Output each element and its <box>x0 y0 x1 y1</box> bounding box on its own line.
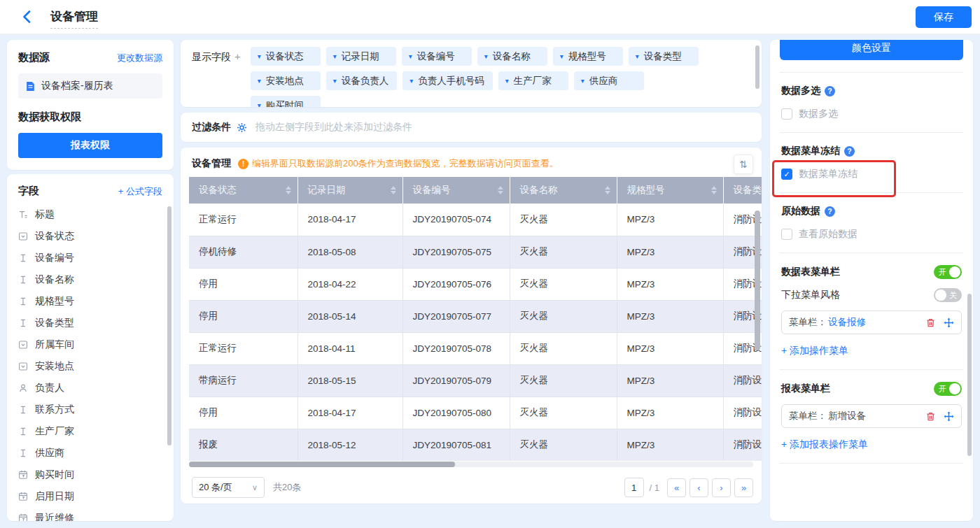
field-item[interactable]: 安装地点 <box>18 355 162 377</box>
table-cell: 灭火器 <box>510 204 617 236</box>
page-number-input[interactable] <box>624 478 644 497</box>
last-page-button[interactable]: » <box>734 478 753 497</box>
display-field-tag[interactable]: ▾设备编号 <box>402 47 472 66</box>
menu-freeze-checkbox[interactable]: ✓ <box>781 169 792 180</box>
column-header[interactable]: 规格型号 <box>617 177 723 204</box>
field-item[interactable]: 标题 <box>18 204 162 225</box>
report-menu-item[interactable]: 菜单栏： 新增设备 <box>781 404 962 428</box>
add-display-field-button[interactable]: + <box>234 50 241 62</box>
help-icon[interactable]: ? <box>825 86 835 97</box>
move-icon[interactable] <box>944 411 954 422</box>
filter-gear-icon[interactable] <box>237 122 247 133</box>
display-field-tag[interactable]: ▾设备状态 <box>251 47 321 66</box>
change-datasource-link[interactable]: 更改数据源 <box>117 52 162 64</box>
display-field-tag[interactable]: ▾安装地点 <box>251 71 321 90</box>
sort-carets-icon[interactable] <box>711 186 717 194</box>
divider <box>780 192 963 193</box>
column-header[interactable]: 设备名称 <box>510 177 617 204</box>
next-page-button[interactable]: › <box>712 478 731 497</box>
report-title: 设备管理 <box>192 157 231 170</box>
table-menu-toggle[interactable]: 开 <box>934 265 962 279</box>
display-fields-scrollbar[interactable] <box>755 45 760 89</box>
settings-scrollbar[interactable] <box>967 294 972 456</box>
table-cell: 2018-04-22 <box>298 268 402 300</box>
page-size-select[interactable]: 20 条/页 ∨ <box>192 477 265 498</box>
dropdown-style-toggle[interactable]: 关 <box>934 288 962 302</box>
sort-carets-icon[interactable] <box>286 186 291 194</box>
field-item[interactable]: 最近维修 <box>18 507 162 521</box>
datasource-item[interactable]: 设备档案-履历表 <box>18 73 162 99</box>
table-menu-heading: 数据表菜单栏 <box>781 266 840 278</box>
display-field-tag[interactable]: ▾生产厂家 <box>498 71 568 90</box>
color-settings-button[interactable]: 颜色设置 <box>780 40 963 60</box>
save-button[interactable]: 保存 <box>916 6 972 28</box>
first-page-button[interactable]: « <box>667 478 686 497</box>
member-icon <box>18 383 28 393</box>
dropdown-style-label: 下拉菜单风格 <box>781 289 840 301</box>
back-icon[interactable] <box>20 9 35 24</box>
delete-icon[interactable] <box>925 317 936 328</box>
column-header[interactable]: 记录日期 <box>298 177 402 204</box>
sort-carets-icon[interactable] <box>498 186 503 194</box>
field-item[interactable]: 购买时间 <box>18 464 162 485</box>
field-item[interactable]: 设备编号 <box>18 247 162 269</box>
sort-button[interactable]: ⇅ <box>734 155 753 174</box>
table-cell: MPZ/3 <box>617 300 723 332</box>
field-item[interactable]: 联系方式 <box>18 399 162 420</box>
field-item[interactable]: 设备名称 <box>18 269 162 290</box>
help-icon[interactable]: ? <box>844 146 855 157</box>
sort-carets-icon[interactable] <box>391 186 396 194</box>
add-report-action-menu-link[interactable]: + 添加报表操作菜单 <box>781 438 868 451</box>
field-item[interactable]: 启用日期 <box>18 485 162 507</box>
display-field-tag[interactable]: ▾设备负责人 <box>326 71 398 90</box>
display-field-tag[interactable]: ▾设备名称 <box>477 47 547 66</box>
table-horizontal-scrollbar[interactable] <box>189 462 455 467</box>
help-icon[interactable]: ? <box>825 206 835 217</box>
field-item[interactable]: 规格型号 <box>18 290 162 312</box>
delete-icon[interactable] <box>925 411 936 422</box>
field-item[interactable]: 生产厂家 <box>18 420 162 442</box>
field-item[interactable]: 设备状态 <box>18 225 162 247</box>
date-icon <box>18 513 28 522</box>
table-cell: 消防设备 <box>723 429 762 461</box>
multi-select-checkbox[interactable] <box>781 108 792 120</box>
report-permission-button[interactable]: 报表权限 <box>18 133 162 158</box>
display-field-tag[interactable]: ▾规格型号 <box>553 47 623 66</box>
raw-data-checkbox[interactable] <box>781 229 792 240</box>
sort-carets-icon[interactable] <box>605 186 610 194</box>
table-menu-item-name[interactable]: 设备报修 <box>828 316 866 329</box>
column-header[interactable]: 设备状态 <box>189 177 298 204</box>
dropdown-triangle-icon: ▾ <box>581 78 584 85</box>
report-panel: 设备管理 ! 编辑界面只取数据源前200条作为查询数据预览，完整数据请访问页面查… <box>181 148 762 504</box>
field-item[interactable]: 所属车间 <box>18 334 162 355</box>
field-item[interactable]: 供应商 <box>18 442 162 464</box>
display-field-tag[interactable]: ▾负责人手机号码 <box>402 71 493 90</box>
multi-select-heading: 数据多选 <box>781 85 820 97</box>
table-cell: MPZ/3 <box>617 204 723 236</box>
filter-placeholder: 拖动左侧字段到此处来添加过滤条件 <box>255 121 412 134</box>
report-menu-heading: 报表菜单栏 <box>781 383 830 395</box>
report-menu-item-name[interactable]: 新增设备 <box>828 410 866 422</box>
table-cell: JDY20190705-077 <box>402 300 510 332</box>
fields-scrollbar[interactable] <box>167 206 172 445</box>
add-formula-field-link[interactable]: + 公式字段 <box>118 185 162 198</box>
prev-page-button[interactable]: ‹ <box>690 478 708 497</box>
field-item[interactable]: 负责人 <box>18 377 162 399</box>
table-menu-item[interactable]: 菜单栏： 设备报修 <box>781 311 962 334</box>
add-action-menu-link[interactable]: + 添加操作菜单 <box>781 345 848 357</box>
column-header[interactable]: 设备类型 <box>723 177 762 204</box>
display-field-tag[interactable]: ▾记录日期 <box>326 47 396 66</box>
text-icon <box>18 405 28 415</box>
display-fields-label: 显示字段+ <box>192 50 241 64</box>
table-vertical-scrollbar[interactable] <box>755 211 760 350</box>
display-field-tag[interactable]: ▾购买时间 <box>251 96 321 107</box>
filter-label: 过滤条件 <box>192 121 231 134</box>
display-field-tag[interactable]: ▾供应商 <box>574 71 644 90</box>
table-cell: JDY20190705-075 <box>402 236 510 268</box>
report-menu-toggle[interactable]: 开 <box>934 382 962 396</box>
display-field-tag[interactable]: ▾设备类型 <box>629 47 699 66</box>
field-item[interactable]: 设备类型 <box>18 312 162 334</box>
move-icon[interactable] <box>944 317 954 328</box>
divider <box>780 369 963 370</box>
column-header[interactable]: 设备编号 <box>402 177 510 204</box>
